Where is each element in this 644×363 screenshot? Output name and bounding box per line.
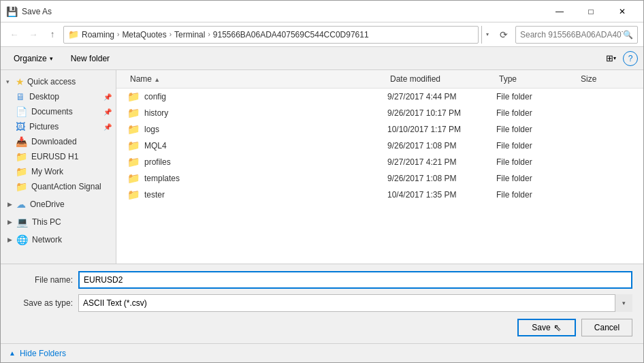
sidebar-item-pictures-label: Pictures bbox=[29, 122, 59, 131]
table-row[interactable]: 📁 logs 10/10/2017 1:17 PM File folder bbox=[116, 121, 643, 138]
thispc-section: ▶ 💻 This PC bbox=[1, 215, 116, 230]
footer-chevron-icon: ▲ bbox=[9, 349, 16, 357]
file-name-cell: 📁 tester bbox=[127, 189, 387, 201]
file-name: templates bbox=[144, 174, 180, 183]
sidebar-item-onedrive[interactable]: ▶ ☁ OneDrive bbox=[1, 197, 116, 212]
onedrive-chevron-icon: ▶ bbox=[7, 201, 12, 208]
folder-icon: 📁 bbox=[127, 140, 140, 152]
quick-access-header[interactable]: ▾ ★ Quick access bbox=[1, 74, 116, 89]
sidebar-item-mywork[interactable]: 📁 My Work bbox=[1, 164, 116, 179]
sidebar-item-onedrive-label: OneDrive bbox=[30, 200, 65, 209]
table-row[interactable]: 📁 templates 9/26/2017 1:08 PM File folde… bbox=[116, 170, 643, 187]
file-list-header: Name ▲ Date modified Type Size bbox=[116, 70, 643, 89]
filetype-label: Save as type: bbox=[12, 298, 73, 308]
file-type: File folder bbox=[496, 174, 578, 183]
address-bar: ← → ↑ 📁 Roaming › MetaQuotes › Terminal … bbox=[1, 22, 643, 47]
filetype-select-wrapper: ASCII Text (*.csv) CSV (*.csv) Text (*.t… bbox=[78, 294, 632, 312]
thispc-chevron-icon: ▶ bbox=[7, 219, 12, 225]
search-input[interactable] bbox=[520, 30, 623, 40]
organize-chevron-icon: ▾ bbox=[50, 55, 53, 62]
sort-arrow-icon: ▲ bbox=[154, 76, 160, 83]
quick-access-label: Quick access bbox=[27, 77, 76, 86]
window-controls: — □ ✕ bbox=[544, 1, 638, 22]
star-icon: ★ bbox=[16, 76, 25, 87]
sidebar-item-downloaded-label: Downloaded bbox=[31, 137, 77, 146]
folder-icon: 📁 bbox=[127, 189, 140, 201]
table-row[interactable]: 📁 history 9/26/2017 10:17 PM File folder bbox=[116, 105, 643, 121]
column-name[interactable]: Name ▲ bbox=[127, 73, 387, 85]
filetype-select[interactable]: ASCII Text (*.csv) CSV (*.csv) Text (*.t… bbox=[78, 294, 632, 312]
sidebar-item-quantaction-label: QuantAction Signal bbox=[31, 182, 101, 191]
sidebar-item-pictures[interactable]: 🖼 Pictures 📌 bbox=[1, 119, 116, 134]
sidebar-item-downloaded[interactable]: 📥 Downloaded bbox=[1, 134, 116, 149]
file-date: 9/27/2017 4:21 PM bbox=[387, 157, 496, 167]
file-name-cell: 📁 profiles bbox=[127, 156, 387, 168]
sidebar-item-quantaction[interactable]: 📁 QuantAction Signal bbox=[1, 179, 116, 194]
file-type: File folder bbox=[496, 190, 578, 200]
cancel-label: Cancel bbox=[594, 323, 619, 332]
file-name-cell: 📁 config bbox=[127, 91, 387, 103]
search-box: 🔍 bbox=[515, 26, 638, 44]
file-name-cell: 📁 templates bbox=[127, 172, 387, 185]
file-type: File folder bbox=[496, 108, 578, 118]
sidebar-item-desktop[interactable]: 🖥 Desktop 📌 bbox=[1, 89, 116, 104]
sidebar-item-documents[interactable]: 📄 Documents 📌 bbox=[1, 104, 116, 119]
view-grid-icon: ⊞ bbox=[606, 53, 613, 63]
table-row[interactable]: 📁 MQL4 9/26/2017 1:08 PM File folder bbox=[116, 138, 643, 154]
quantaction-folder-icon: 📁 bbox=[16, 181, 27, 192]
sidebar: ▾ ★ Quick access 🖥 Desktop 📌 📄 Documents… bbox=[1, 70, 116, 264]
sidebar-item-thispc-label: This PC bbox=[32, 217, 61, 227]
path-dropdown-button[interactable]: ▾ bbox=[481, 26, 492, 44]
maximize-button[interactable]: □ bbox=[575, 1, 607, 22]
organize-button[interactable]: Organize ▾ bbox=[6, 50, 61, 67]
sidebar-item-network[interactable]: ▶ 🌐 Network bbox=[1, 232, 116, 247]
view-options-button[interactable]: ⊞ ▾ bbox=[601, 50, 620, 67]
cancel-button[interactable]: Cancel bbox=[581, 319, 632, 336]
folder-icon: 📁 bbox=[127, 91, 140, 103]
minimize-button[interactable]: — bbox=[544, 1, 575, 22]
path-segment-terminal: Terminal bbox=[174, 30, 205, 40]
onedrive-section: ▶ ☁ OneDrive bbox=[1, 197, 116, 212]
forward-button[interactable]: → bbox=[25, 27, 42, 43]
toolbar: Organize ▾ New folder ⊞ ▾ ? bbox=[1, 47, 643, 70]
column-type[interactable]: Type bbox=[496, 73, 578, 85]
onedrive-icon: ☁ bbox=[16, 199, 26, 210]
save-button[interactable]: Save ⇖ bbox=[517, 319, 576, 336]
documents-icon: 📄 bbox=[16, 106, 27, 117]
table-row[interactable]: 📁 config 9/27/2017 4:44 PM File folder bbox=[116, 89, 643, 105]
folder-icon: 📁 bbox=[127, 172, 140, 185]
sidebar-item-desktop-label: Desktop bbox=[29, 92, 59, 101]
column-size[interactable]: Size bbox=[578, 73, 632, 85]
main-content: ▾ ★ Quick access 🖥 Desktop 📌 📄 Documents… bbox=[1, 70, 643, 264]
sidebar-item-eurusd[interactable]: 📁 EURUSD H1 bbox=[1, 149, 116, 164]
sidebar-item-mywork-label: My Work bbox=[31, 167, 63, 176]
table-row[interactable]: 📁 profiles 9/27/2017 4:21 PM File folder bbox=[116, 154, 643, 170]
refresh-button[interactable]: ⟳ bbox=[495, 26, 513, 44]
save-as-dialog: 💾 Save As — □ ✕ ← → ↑ 📁 Roaming › MetaQu… bbox=[0, 0, 644, 363]
sidebar-item-thispc[interactable]: ▶ 💻 This PC bbox=[1, 215, 116, 230]
file-date: 10/10/2017 1:17 PM bbox=[387, 125, 496, 134]
sidebar-item-eurusd-label: EURUSD H1 bbox=[31, 152, 78, 161]
help-button[interactable]: ? bbox=[623, 51, 638, 66]
file-name: MQL4 bbox=[144, 141, 167, 151]
file-date: 10/4/2017 1:35 PM bbox=[387, 190, 496, 200]
file-date: 9/26/2017 10:17 PM bbox=[387, 108, 496, 118]
hide-folders-label[interactable]: Hide Folders bbox=[20, 349, 66, 358]
file-name-cell: 📁 logs bbox=[127, 123, 387, 136]
close-button[interactable]: ✕ bbox=[607, 1, 638, 22]
new-folder-button[interactable]: New folder bbox=[63, 50, 117, 67]
table-row[interactable]: 📁 tester 10/4/2017 1:35 PM File folder bbox=[116, 187, 643, 203]
file-name: config bbox=[144, 92, 166, 101]
back-button[interactable]: ← bbox=[6, 27, 22, 43]
eurusd-folder-icon: 📁 bbox=[16, 151, 27, 162]
column-date-modified[interactable]: Date modified bbox=[387, 73, 496, 85]
file-date: 9/27/2017 4:44 PM bbox=[387, 92, 496, 101]
address-path[interactable]: 📁 Roaming › MetaQuotes › Terminal › 9155… bbox=[63, 26, 479, 44]
file-name-cell: 📁 history bbox=[127, 107, 387, 119]
new-folder-label: New folder bbox=[71, 54, 110, 63]
folder-icon: 📁 bbox=[127, 107, 140, 119]
up-button[interactable]: ↑ bbox=[44, 27, 61, 43]
window-title: Save As bbox=[22, 7, 52, 16]
filename-input[interactable] bbox=[78, 271, 632, 289]
pin-icon-desktop: 📌 bbox=[103, 93, 112, 101]
